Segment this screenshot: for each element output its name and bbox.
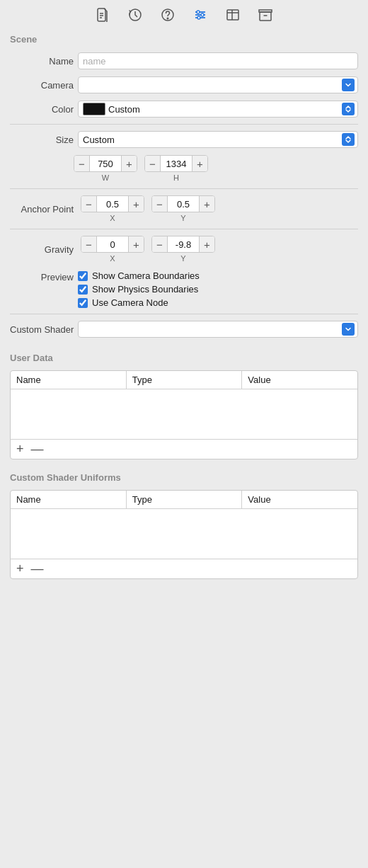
csu-col-name: Name bbox=[11, 491, 127, 508]
divider-1 bbox=[10, 124, 358, 125]
gravity-label: Gravity bbox=[10, 244, 74, 255]
custom-shader-row: Custom Shader bbox=[0, 317, 368, 341]
anchor-y-plus-btn[interactable]: + bbox=[199, 195, 214, 212]
svg-point-10 bbox=[197, 11, 200, 13]
anchor-y-value: 0.5 bbox=[168, 199, 199, 210]
user-data-col-type: Type bbox=[127, 371, 243, 389]
size-row: Size Custom bbox=[0, 127, 368, 152]
camera-label: Camera bbox=[10, 80, 74, 91]
user-data-table-header: Name Type Value bbox=[11, 371, 357, 389]
anchor-stepper-group: − 0.5 + X − 0.5 + Y bbox=[81, 195, 358, 222]
anchor-y-stepper-box: − 0.5 + Y bbox=[151, 195, 215, 222]
user-data-remove-btn[interactable]: — bbox=[31, 442, 44, 455]
gravity-x-minus-btn[interactable]: − bbox=[81, 236, 97, 253]
name-input[interactable] bbox=[78, 52, 358, 69]
show-physics-boundaries-checkbox[interactable] bbox=[78, 285, 88, 295]
gravity-y-minus-btn[interactable]: − bbox=[152, 236, 168, 253]
user-data-section: Name Type Value + — bbox=[0, 366, 368, 467]
custom-shader-uniforms-section-title: Custom Shader Uniforms bbox=[0, 467, 368, 486]
user-data-table: Name Type Value + — bbox=[10, 370, 358, 459]
anchor-y-stepper[interactable]: − 0.5 + bbox=[151, 195, 215, 212]
user-data-add-btn[interactable]: + bbox=[16, 442, 24, 455]
svg-point-12 bbox=[197, 16, 200, 19]
height-stepper[interactable]: − 1334 + bbox=[144, 155, 208, 172]
size-label: Size bbox=[10, 135, 74, 145]
csu-add-btn[interactable]: + bbox=[16, 562, 24, 575]
anchor-x-plus-btn[interactable]: + bbox=[128, 195, 144, 212]
divider-4 bbox=[10, 314, 358, 314]
csu-table-footer: + — bbox=[11, 559, 357, 578]
csu-col-type: Type bbox=[127, 491, 243, 508]
anchor-x-stepper-box: − 0.5 + X bbox=[81, 195, 144, 222]
scene-section-title: Scene bbox=[0, 28, 368, 49]
show-physics-boundaries-row: Show Physics Boundaries bbox=[78, 284, 200, 295]
camera-dropdown-arrow bbox=[342, 79, 355, 91]
svg-rect-16 bbox=[260, 12, 271, 21]
checkboxes-container: Show Camera Boundaries Show Physics Boun… bbox=[78, 270, 200, 308]
toolbar bbox=[0, 0, 368, 28]
gravity-y-stepper-box: − -9.8 + Y bbox=[151, 236, 215, 263]
height-minus-btn[interactable]: − bbox=[145, 155, 161, 172]
color-row: Color Custom bbox=[0, 97, 368, 121]
gravity-stepper-group: − 0 + X − -9.8 + Y bbox=[81, 236, 358, 263]
gravity-x-plus-btn[interactable]: + bbox=[128, 236, 144, 253]
anchor-row: Anchor Point − 0.5 + X − 0.5 + Y bbox=[0, 192, 368, 226]
camera-dropdown[interactable] bbox=[78, 76, 358, 93]
height-stepper-box: − 1334 + H bbox=[144, 155, 208, 182]
width-plus-btn[interactable]: + bbox=[121, 155, 137, 172]
archive-icon[interactable] bbox=[258, 7, 273, 23]
color-dropdown-value: Custom bbox=[108, 104, 342, 115]
gravity-y-value: -9.8 bbox=[168, 239, 199, 250]
preview-label: Preview bbox=[10, 270, 74, 282]
color-dropdown[interactable]: Custom bbox=[78, 101, 358, 118]
svg-point-6 bbox=[167, 18, 168, 19]
custom-shader-uniforms-table-header: Name Type Value bbox=[11, 491, 357, 509]
document-icon[interactable] bbox=[95, 7, 110, 23]
width-value: 750 bbox=[90, 159, 121, 169]
custom-shader-uniforms-section: Name Type Value + — bbox=[0, 486, 368, 586]
csu-col-value: Value bbox=[242, 491, 357, 508]
anchor-x-label: X bbox=[110, 214, 115, 222]
use-camera-node-checkbox[interactable] bbox=[78, 298, 88, 308]
user-data-table-footer: + — bbox=[11, 439, 357, 459]
show-physics-boundaries-label: Show Physics Boundaries bbox=[92, 284, 198, 295]
size-dropdown[interactable]: Custom bbox=[78, 131, 358, 148]
help-icon[interactable] bbox=[160, 7, 176, 23]
gravity-row: Gravity − 0 + X − -9.8 + Y bbox=[0, 232, 368, 266]
show-camera-boundaries-row: Show Camera Boundaries bbox=[78, 270, 200, 281]
name-row: Name bbox=[0, 49, 368, 73]
gravity-x-value: 0 bbox=[97, 239, 128, 250]
anchor-x-minus-btn[interactable]: − bbox=[81, 195, 97, 212]
user-data-section-title: User Data bbox=[0, 347, 368, 366]
width-label: W bbox=[102, 173, 109, 182]
use-camera-node-row: Use Camera Node bbox=[78, 297, 200, 308]
history-icon[interactable] bbox=[127, 7, 143, 23]
name-label: Name bbox=[10, 56, 74, 67]
sliders-icon[interactable] bbox=[192, 7, 208, 23]
show-camera-boundaries-checkbox[interactable] bbox=[78, 271, 88, 281]
divider-3 bbox=[10, 229, 358, 229]
custom-shader-dropdown-arrow bbox=[342, 323, 355, 336]
gravity-y-label: Y bbox=[180, 254, 185, 263]
gravity-y-stepper[interactable]: − -9.8 + bbox=[151, 236, 215, 253]
svg-rect-0 bbox=[98, 8, 105, 21]
custom-shader-dropdown[interactable] bbox=[78, 321, 358, 338]
width-stepper[interactable]: − 750 + bbox=[74, 155, 137, 172]
width-minus-btn[interactable]: − bbox=[74, 155, 90, 172]
color-dropdown-arrow bbox=[342, 103, 355, 115]
anchor-y-minus-btn[interactable]: − bbox=[152, 195, 168, 212]
csu-remove-btn[interactable]: — bbox=[31, 562, 44, 575]
height-plus-btn[interactable]: + bbox=[192, 155, 207, 172]
color-label: Color bbox=[10, 104, 74, 115]
gravity-x-label: X bbox=[110, 254, 115, 263]
spacer-1 bbox=[0, 341, 368, 347]
gravity-y-plus-btn[interactable]: + bbox=[199, 236, 214, 253]
custom-shader-label: Custom Shader bbox=[10, 324, 74, 335]
inspector-icon[interactable] bbox=[225, 7, 241, 23]
gravity-x-stepper[interactable]: − 0 + bbox=[81, 236, 144, 253]
anchor-x-stepper[interactable]: − 0.5 + bbox=[81, 195, 144, 212]
custom-shader-uniforms-table: Name Type Value + — bbox=[10, 490, 358, 579]
width-stepper-box: − 750 + W bbox=[74, 155, 137, 182]
camera-row: Camera bbox=[0, 73, 368, 97]
anchor-x-value: 0.5 bbox=[97, 199, 128, 210]
